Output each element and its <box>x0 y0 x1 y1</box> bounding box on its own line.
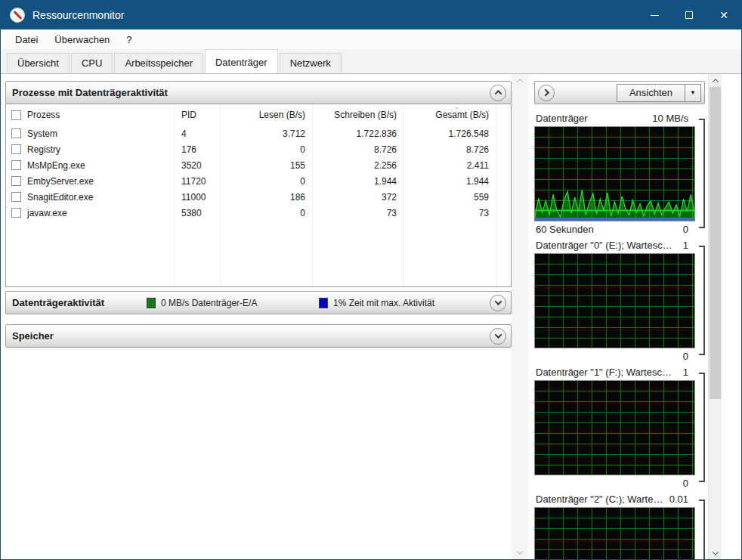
read-cell: 0 <box>221 205 313 221</box>
column-header-gesamt[interactable]: ⌄ Gesamt (B/s) <box>404 104 496 125</box>
column-header-label: Schreiben (B/s) <box>334 110 397 120</box>
column-header-schreiben[interactable]: Schreiben (B/s) <box>313 104 404 125</box>
column-header-label: Lesen (B/s) <box>259 110 305 120</box>
process-checkbox[interactable] <box>11 128 21 138</box>
write-cell: 1.944 <box>313 173 404 189</box>
scroll-down-icon[interactable] <box>517 548 523 554</box>
processes-panel-title: Prozesse mit Datenträgeraktivität <box>12 87 168 98</box>
sort-indicator-icon: ⌄ <box>454 104 459 110</box>
disk-process-table: Prozess PID Lesen (B/s) Schreiben (B/s) … <box>6 104 511 286</box>
collapse-charts-pane-button[interactable] <box>538 85 555 101</box>
process-name-cell[interactable]: EmbyServer.exe <box>6 173 175 189</box>
chart-scale-min: 0 <box>683 351 688 362</box>
expand-disk-activity-button[interactable] <box>490 295 506 311</box>
app-icon <box>10 8 25 23</box>
pid-cell: 11720 <box>175 173 221 189</box>
process-name-cell[interactable]: System <box>6 125 175 141</box>
left-pane-scrollbar[interactable] <box>512 74 528 559</box>
views-dropdown-arrow[interactable]: ▼ <box>685 84 701 102</box>
blue-legend-swatch <box>319 298 328 308</box>
read-cell: 3.712 <box>221 125 313 141</box>
disk-activity-panel-header[interactable]: Datenträgeraktivität 0 MB/s Datenträger-… <box>5 291 512 314</box>
chevron-down-icon <box>494 331 502 339</box>
filler-cell <box>496 141 511 157</box>
chart-bottom-labels: 0 <box>534 475 705 490</box>
filler-cell <box>496 189 511 205</box>
scroll-up-icon[interactable] <box>517 79 523 85</box>
process-name: javaw.exe <box>27 208 67 218</box>
maximize-button[interactable] <box>672 1 706 29</box>
process-name-cell[interactable]: SnagitEditor.exe <box>6 189 175 205</box>
minimize-button[interactable] <box>637 1 672 29</box>
tab-uebersicht[interactable]: Übersicht <box>7 53 70 73</box>
collapse-processes-button[interactable] <box>490 85 506 101</box>
chart-scale-min: 0 <box>683 478 688 489</box>
tab-datentraeger[interactable]: Datenträger <box>205 49 278 73</box>
charts-toolbar: Ansichten ▼ <box>534 81 705 104</box>
read-cell: 0 <box>221 173 313 189</box>
column-header-lesen[interactable]: Lesen (B/s) <box>221 104 313 125</box>
total-cell: 1.726.548 <box>404 125 496 141</box>
process-checkbox[interactable] <box>11 208 21 218</box>
window-scrollbar[interactable] <box>708 74 722 559</box>
filler-cell <box>404 221 496 286</box>
gauge-needle-icon <box>13 11 22 20</box>
process-checkbox[interactable] <box>11 160 21 170</box>
close-button[interactable]: ✕ <box>706 1 741 29</box>
memory-panel-header[interactable]: Speicher <box>5 324 512 348</box>
process-name: Registry <box>27 144 60 155</box>
chevron-down-icon <box>494 298 502 305</box>
process-checkbox[interactable] <box>11 144 21 154</box>
total-cell: 73 <box>404 205 496 221</box>
select-all-checkbox[interactable] <box>11 110 21 120</box>
column-header-pid[interactable]: PID <box>175 104 221 125</box>
filler-cell <box>496 125 511 141</box>
views-button[interactable]: Ansichten <box>617 84 685 102</box>
process-name-cell[interactable]: Registry <box>6 141 175 157</box>
chart-group-disk2: Datenträger "2" (C:); Warte… 0.01 <box>534 492 705 559</box>
process-name-cell[interactable]: javaw.exe <box>6 205 175 221</box>
processes-panel-body: Prozess PID Lesen (B/s) Schreiben (B/s) … <box>5 104 512 287</box>
chart-scale-max: 1 <box>683 367 688 378</box>
disk2-queue-chart <box>534 507 695 559</box>
tab-bar: Übersicht CPU Arbeitsspeicher Datenträge… <box>1 49 741 74</box>
processes-panel-header[interactable]: Prozesse mit Datenträgeraktivität <box>5 81 512 104</box>
process-checkbox[interactable] <box>11 192 21 202</box>
disk-activity-panel-title: Datenträgeraktivität <box>12 297 147 308</box>
tab-arbeitsspeicher[interactable]: Arbeitsspeicher <box>114 53 203 73</box>
process-checkbox[interactable] <box>11 176 21 186</box>
column-header-label: Gesamt (B/s) <box>435 110 489 120</box>
expand-memory-button[interactable] <box>490 328 506 345</box>
filler-cell <box>496 173 511 189</box>
write-cell: 8.726 <box>313 141 404 157</box>
filler-cell <box>221 221 313 286</box>
pid-cell: 176 <box>175 141 221 157</box>
column-header-prozess[interactable]: Prozess <box>6 104 175 125</box>
process-name: EmbyServer.exe <box>27 176 94 187</box>
menu-ueberwachen[interactable]: Überwachen <box>48 31 116 48</box>
pid-cell: 3520 <box>175 157 221 173</box>
scrollbar-up-button[interactable] <box>709 74 722 87</box>
chart-xspan-label: 60 Sekunden <box>536 224 594 235</box>
chart-scale-max: 1 <box>683 240 688 251</box>
scrollbar-down-button[interactable] <box>709 546 722 559</box>
column-header-filler <box>496 104 511 125</box>
chart-caption: Datenträger 10 MB/s <box>534 111 705 126</box>
chart-group-disk-total: Datenträger 10 MB/s 60 Sekunden 0 <box>534 111 705 237</box>
total-cell: 1.944 <box>404 173 496 189</box>
chart-bottom-labels: 60 Sekunden 0 <box>534 221 705 237</box>
views-split-button[interactable]: Ansichten ▼ <box>617 84 701 102</box>
pid-cell: 4 <box>175 125 221 141</box>
process-name-cell[interactable]: MsMpEng.exe <box>6 157 175 173</box>
tab-netzwerk[interactable]: Netzwerk <box>280 53 342 73</box>
menu-help[interactable]: ? <box>119 31 138 48</box>
tab-cpu[interactable]: CPU <box>71 53 113 73</box>
total-cell: 559 <box>404 189 496 205</box>
read-cell: 186 <box>221 189 313 205</box>
window-title: Ressourcenmonitor <box>32 9 637 21</box>
scrollbar-thumb[interactable] <box>710 87 721 399</box>
disk1-queue-chart <box>534 380 695 475</box>
menu-datei[interactable]: Datei <box>8 31 45 48</box>
chart-bottom-labels: 0 <box>534 348 705 364</box>
chart-scale-min: 0 <box>683 224 688 235</box>
